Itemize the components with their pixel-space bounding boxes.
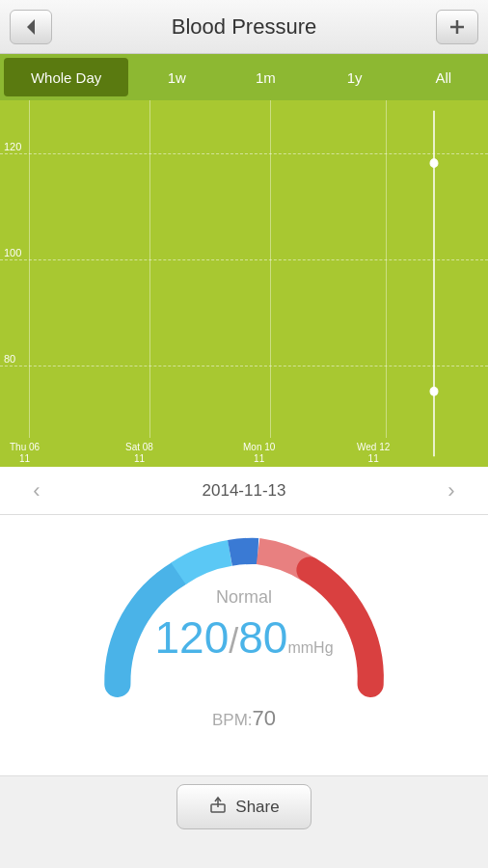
gauge-systolic: 120	[154, 611, 229, 662]
tab-1y[interactable]: 1y	[311, 54, 399, 100]
gauge-separator: /	[229, 620, 238, 660]
tab-all[interactable]: All	[399, 54, 488, 100]
x-label-thu: Thu 0611	[10, 442, 40, 465]
time-tabs: Whole Day 1w 1m 1y All	[0, 54, 488, 100]
gauge-section: Normal 120/80mmHg BPM:70	[0, 515, 488, 775]
date-next-button[interactable]: ›	[434, 474, 469, 508]
page-title: Blood Pressure	[172, 14, 316, 40]
gauge-text-overlay: Normal 120/80mmHg	[154, 586, 333, 663]
tab-whole-day[interactable]: Whole Day	[4, 58, 128, 96]
x-label-mon: Mon 1011	[243, 442, 275, 465]
chart-area: 120 100 80 Thu 0611 Sat 0811 Mon 1011 We…	[0, 100, 488, 467]
tab-1w[interactable]: 1w	[132, 54, 221, 100]
gauge-diastolic: 80	[238, 611, 287, 662]
app-header: Blood Pressure	[0, 0, 488, 54]
back-button[interactable]	[10, 10, 52, 44]
share-label: Share	[235, 798, 279, 817]
share-button[interactable]: Share	[176, 784, 311, 829]
x-axis-labels: Thu 0611 Sat 0811 Mon 1011 Wed 1211	[0, 438, 488, 467]
gauge-reading: 120/80mmHg	[154, 611, 333, 662]
tab-1m[interactable]: 1m	[221, 54, 310, 100]
gauge-unit: mmHg	[287, 638, 333, 655]
share-icon	[208, 795, 228, 819]
svg-marker-0	[27, 19, 35, 35]
gauge-needle	[212, 683, 251, 698]
share-bar: Share	[0, 775, 488, 837]
add-button[interactable]	[436, 10, 478, 44]
chart-svg	[0, 100, 488, 467]
date-display: 2014-11-13	[203, 481, 286, 501]
date-nav: ‹ 2014-11-13 ›	[0, 467, 488, 515]
bpm-label: BPM:	[212, 711, 253, 729]
svg-point-4	[430, 159, 438, 168]
gauge-status: Normal	[154, 586, 333, 607]
bpm-value: 70	[253, 706, 276, 730]
svg-marker-6	[212, 683, 251, 698]
gauge-container: Normal 120/80mmHg	[90, 534, 398, 698]
bpm-display: BPM:70	[212, 706, 276, 731]
x-label-sat: Sat 0811	[125, 442, 153, 465]
date-prev-button[interactable]: ‹	[19, 474, 54, 508]
svg-point-5	[430, 387, 438, 395]
x-label-wed: Wed 1211	[357, 442, 390, 465]
